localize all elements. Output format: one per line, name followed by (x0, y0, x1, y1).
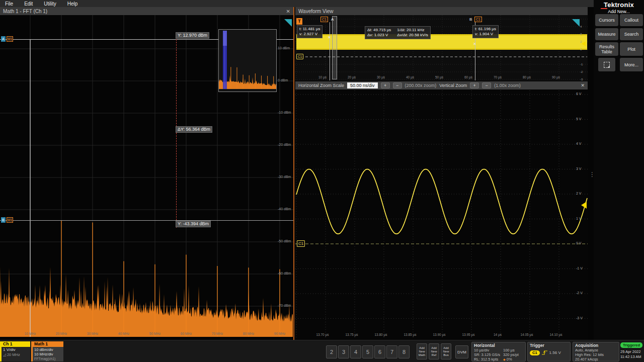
bandwidth-icon: ◿ (3, 352, 6, 357)
horizontal-settings-box[interactable]: Horizontal 10 µs/div 100 µs SR: 3.125 GS… (471, 342, 526, 361)
cursor-a-handle-icon[interactable]: ✕ (328, 36, 331, 40)
draw-a-box-button[interactable] (598, 58, 615, 71)
zoom-corner-icon[interactable] (572, 19, 580, 27)
menu-item-edit[interactable]: Edit (24, 1, 33, 7)
fft-window-title: Math 1 - FFT (Ch 1) (3, 9, 47, 14)
math1-source-badge[interactable]: M1 (7, 36, 14, 42)
overview-scale-label: 2 (580, 40, 582, 44)
panel-splitter[interactable]: ⋮ (588, 7, 594, 340)
channel-5-button[interactable]: 5 (362, 345, 373, 358)
overview-time-label: 80 µs (523, 75, 531, 79)
overview-cursor-a-line[interactable] (330, 22, 330, 80)
channel1-zero-marker[interactable]: C1 (297, 240, 305, 247)
horizontal-zoom-in-button[interactable]: + (381, 82, 390, 88)
trigger-level-arrow-icon[interactable] (581, 202, 587, 209)
fft-cursor-b-badges: B M1 (1, 217, 13, 223)
fft-dbm-axis-label: -70 dBm (278, 304, 291, 308)
channel1-waveform (295, 89, 588, 340)
zoom-time-label: 13.75 µs (345, 333, 358, 337)
zoom-time-label: 14.05 µs (520, 333, 533, 337)
channel-2-button[interactable]: 2 (326, 345, 337, 358)
close-icon[interactable]: ✕ (286, 9, 290, 14)
overview-scale-label: -3 (580, 77, 583, 80)
cursor-b-handle-icon[interactable]: ✕ (473, 42, 476, 46)
cursor-a-readout: t: 11.481 µs v: 2.927 V (297, 25, 323, 38)
fft-thumbnail-preview[interactable] (218, 29, 277, 92)
cursor-a-badge[interactable]: A (1, 36, 6, 42)
results-table-button[interactable]: Results Table (595, 42, 618, 56)
cursor-delta-readout: Δt: 49.715 µs 1/Δt: 20.11 kHz Δv: 1.023 … (365, 26, 431, 39)
menu-item-help[interactable]: Help (67, 1, 78, 7)
close-icon[interactable]: ✕ (581, 83, 585, 88)
more-button[interactable]: More... (620, 58, 643, 71)
overview-scale-label: 3 (580, 32, 582, 36)
channel-6-button[interactable]: 6 (374, 345, 385, 358)
label: Ref (432, 353, 436, 357)
waveform-overview: T ✕ ✕ C1 A B C1 t: 11.481 µs v: 2.927 V … (295, 15, 588, 80)
cursor-b-letter: B (469, 17, 472, 22)
trigger-settings-box[interactable]: Trigger C1 1.56 V (527, 342, 571, 361)
cursor-b-source-badge[interactable]: C1 (474, 17, 482, 22)
fft-cursor-marker-line[interactable] (176, 39, 177, 228)
horizontal-zoom-out-button[interactable]: − (393, 82, 402, 88)
zoom-corner-icon[interactable] (284, 19, 292, 27)
fft-frequency-axis-label: 90 MHz (274, 332, 285, 336)
voltage-scale-label: -3 V (576, 316, 583, 320)
vertical-zoom-in-button[interactable]: + (470, 82, 479, 88)
zoom-window-box[interactable] (332, 16, 337, 79)
add-new-bus-button[interactable]: Add New Bus (441, 343, 451, 359)
channel1-level-arrow-icon[interactable] (582, 41, 586, 46)
fft-thumbnail-spectrum (219, 30, 276, 92)
channel-7-button[interactable]: 7 (386, 345, 397, 358)
channel1-zero-marker[interactable]: C1 (296, 54, 303, 59)
math1-source-badge[interactable]: M1 (7, 217, 14, 223)
waveform-view-titlebar[interactable]: Waveform View (295, 7, 588, 15)
channel1-badge[interactable]: Ch 1 1 V/div ◿ 20 MHz (0, 341, 30, 361)
fft-dbm-axis-label: -50 dBm (278, 239, 291, 243)
horizontal-scale: 10 µs/div (474, 348, 503, 352)
voltage-scale-label: -2 V (576, 291, 583, 295)
trigger-position-marker[interactable]: T (296, 18, 302, 25)
cursor-b-readout: t: 61.196 µs v: 1.904 V (472, 25, 499, 38)
acquisition-settings-box[interactable]: Acquisition Auto, Analyze High Res: 12 b… (573, 342, 619, 361)
menu-item-utility[interactable]: Utility (44, 1, 56, 7)
fft-dbm-axis-label: -60 dBm (278, 272, 291, 276)
callout-button[interactable]: Callout (620, 14, 643, 26)
voltage-scale-label: 5 V (576, 117, 582, 121)
logo-text: Tektronix (604, 1, 634, 9)
fft-plot: Y: 12.970 dBm ΔY: 56.364 dBm Y: -43.394 … (0, 15, 293, 340)
overview-scale-label: 4 (580, 25, 582, 29)
measure-button[interactable]: Measure (595, 28, 618, 40)
channel1-bandwidth: 20 MHz (7, 352, 20, 357)
bottom-bar: Ch 1 1 V/div ◿ 20 MHz Math 1 10 dBm/div … (0, 340, 644, 362)
label: Add (443, 346, 449, 350)
tekscope-app: File Edit Utility Help Math 1 - FFT (Ch … (0, 0, 644, 362)
fft-cursor-b-line[interactable] (0, 220, 293, 221)
channel-8-button[interactable]: 8 (398, 345, 410, 358)
position-marker-icon: ◆ (503, 358, 506, 361)
channel-4-button[interactable]: 4 (350, 345, 361, 358)
dvm-button[interactable]: DVM (455, 345, 468, 358)
acquisition-detail: High Res: 12 bits (575, 352, 617, 357)
waveform-view-title: Waveform View (298, 9, 333, 14)
right-sidebar: Tektronix Add New... Cursors Callout Mea… (594, 0, 644, 340)
sidebar-buttons: Cursors Callout Measure Search Results T… (595, 14, 642, 71)
add-new-math-button[interactable]: Add New Math (417, 343, 427, 359)
menu-item-file[interactable]: File (5, 1, 13, 7)
search-button[interactable]: Search (620, 28, 643, 40)
cursor-b-badge[interactable]: B (1, 217, 6, 223)
math1-badge[interactable]: Math 1 10 dBm/div 10 MHz/div FFTmag(ch1) (31, 341, 63, 361)
cursor-a-source-badge[interactable]: C1 (320, 17, 328, 22)
add-new-ref-button[interactable]: Add New Ref (429, 343, 439, 359)
channel-3-button[interactable]: 3 (338, 345, 349, 358)
zoom-time-label: 13.80 µs (374, 333, 387, 337)
vertical-zoom-out-button[interactable]: − (482, 82, 491, 88)
cursors-button[interactable]: Cursors (595, 14, 618, 26)
plot-button[interactable]: Plot (620, 42, 643, 56)
fft-window-titlebar[interactable]: Math 1 - FFT (Ch 1) ✕ (0, 7, 293, 15)
label: New (431, 350, 437, 353)
zoom-time-label: 13.70 µs (316, 333, 329, 337)
horizontal-zoom-scale-value[interactable]: 50.00 ns/div (347, 82, 378, 88)
overview-scale-label: 1 (580, 47, 582, 51)
cursor-b-voltage: v: 1.904 V (475, 32, 496, 37)
